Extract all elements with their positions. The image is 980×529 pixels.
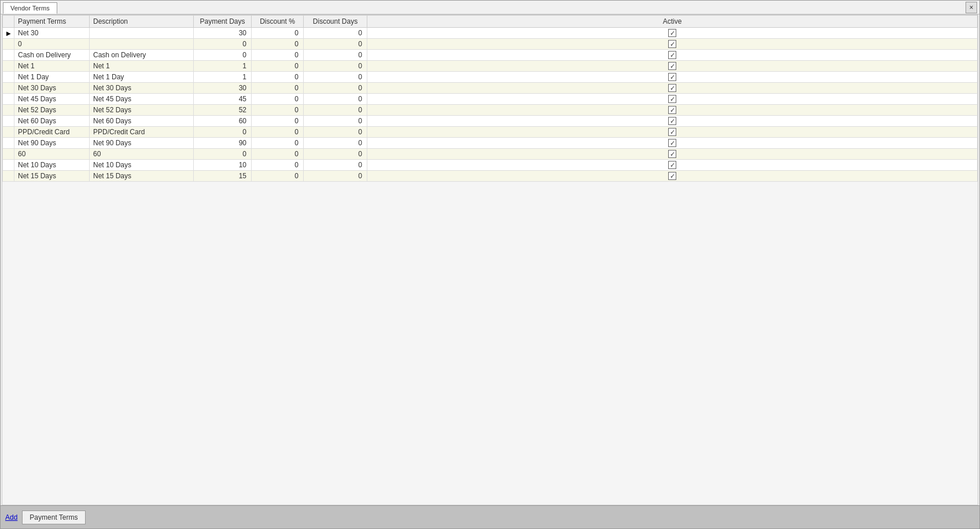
active-checkbox[interactable]: ✓: [668, 139, 676, 147]
active-checkbox[interactable]: ✓: [668, 117, 676, 125]
active-checkbox[interactable]: ✓: [668, 84, 676, 92]
close-button[interactable]: ×: [966, 2, 977, 13]
row-indicator: [3, 149, 14, 160]
table-row[interactable]: Net 90 DaysNet 90 Days9000✓: [3, 138, 978, 149]
col-active: Active: [367, 16, 978, 28]
cell-active[interactable]: ✓: [367, 138, 978, 149]
row-indicator: [3, 50, 14, 61]
col-discount-days: Discount Days: [304, 16, 367, 28]
row-indicator: ▶: [3, 28, 14, 39]
cell-discount-days: 0: [304, 171, 367, 182]
cell-payment-terms: Net 1 Day: [14, 72, 90, 83]
cell-description: Net 30 Days: [90, 83, 194, 94]
cell-discount-pct: 0: [252, 28, 304, 39]
cell-payment-days: 15: [194, 171, 252, 182]
table-row[interactable]: Net 1Net 1100✓: [3, 61, 978, 72]
cell-payment-terms: Net 10 Days: [14, 160, 90, 171]
cell-active[interactable]: ✓: [367, 105, 978, 116]
main-window: Vendor Terms × Payment Terms Description: [0, 0, 980, 529]
vendor-terms-tab[interactable]: Vendor Terms: [3, 2, 57, 14]
cell-active[interactable]: ✓: [367, 94, 978, 105]
cell-description: [90, 28, 194, 39]
active-checkbox[interactable]: ✓: [668, 106, 676, 114]
active-checkbox[interactable]: ✓: [668, 128, 676, 136]
cell-discount-pct: 0: [252, 116, 304, 127]
cell-active[interactable]: ✓: [367, 50, 978, 61]
cell-active[interactable]: ✓: [367, 72, 978, 83]
content-area: Payment Terms Description Payment Days D…: [2, 14, 978, 505]
active-checkbox[interactable]: ✓: [668, 73, 676, 81]
cell-discount-days: 0: [304, 105, 367, 116]
cell-discount-days: 0: [304, 72, 367, 83]
cell-discount-days: 0: [304, 61, 367, 72]
cell-discount-pct: 0: [252, 149, 304, 160]
cell-description: 60: [90, 149, 194, 160]
add-link[interactable]: Add: [5, 513, 17, 521]
cell-payment-terms: 0: [14, 39, 90, 50]
active-checkbox[interactable]: ✓: [668, 29, 676, 37]
table-row[interactable]: Net 30 DaysNet 30 Days3000✓: [3, 83, 978, 94]
table-row[interactable]: Cash on DeliveryCash on Delivery000✓: [3, 50, 978, 61]
cell-active[interactable]: ✓: [367, 149, 978, 160]
row-indicator: [3, 171, 14, 182]
cell-discount-pct: 0: [252, 171, 304, 182]
cell-active[interactable]: ✓: [367, 83, 978, 94]
row-indicator: [3, 127, 14, 138]
table-row[interactable]: Net 60 DaysNet 60 Days6000✓: [3, 116, 978, 127]
row-indicator: [3, 39, 14, 50]
cell-payment-terms: Net 90 Days: [14, 138, 90, 149]
cell-active[interactable]: ✓: [367, 160, 978, 171]
table-row[interactable]: 0000✓: [3, 39, 978, 50]
vendor-terms-tab-label: Vendor Terms: [10, 5, 50, 12]
table-row[interactable]: PPD/Credit CardPPD/Credit Card000✓: [3, 127, 978, 138]
cell-discount-days: 0: [304, 50, 367, 61]
col-payment-terms: Payment Terms: [14, 16, 90, 28]
cell-discount-pct: 0: [252, 72, 304, 83]
cell-active[interactable]: ✓: [367, 116, 978, 127]
col-payment-days: Payment Days: [194, 16, 252, 28]
table-row[interactable]: Net 1 DayNet 1 Day100✓: [3, 72, 978, 83]
cell-discount-pct: 0: [252, 105, 304, 116]
table-row[interactable]: Net 10 DaysNet 10 Days1000✓: [3, 160, 978, 171]
active-checkbox[interactable]: ✓: [668, 95, 676, 103]
table-row[interactable]: Net 45 DaysNet 45 Days4500✓: [3, 94, 978, 105]
active-checkbox[interactable]: ✓: [668, 150, 676, 158]
cell-payment-terms: Net 30: [14, 28, 90, 39]
active-checkbox[interactable]: ✓: [668, 161, 676, 169]
table-row[interactable]: Net 52 DaysNet 52 Days5200✓: [3, 105, 978, 116]
active-checkbox[interactable]: ✓: [668, 51, 676, 59]
cell-active[interactable]: ✓: [367, 39, 978, 50]
col-discount-pct: Discount %: [252, 16, 304, 28]
cell-discount-days: 0: [304, 39, 367, 50]
active-checkbox[interactable]: ✓: [668, 172, 676, 180]
cell-payment-terms: PPD/Credit Card: [14, 127, 90, 138]
table-row[interactable]: Net 15 DaysNet 15 Days1500✓: [3, 171, 978, 182]
cell-payment-days: 52: [194, 105, 252, 116]
row-indicator: [3, 160, 14, 171]
cell-description: Net 45 Days: [90, 94, 194, 105]
cell-active[interactable]: ✓: [367, 28, 978, 39]
table-header-row: Payment Terms Description Payment Days D…: [3, 16, 978, 28]
cell-discount-days: 0: [304, 83, 367, 94]
cell-discount-pct: 0: [252, 127, 304, 138]
payment-terms-button[interactable]: Payment Terms: [22, 510, 85, 524]
cell-active[interactable]: ✓: [367, 61, 978, 72]
bottom-bar: Add Payment Terms: [1, 505, 979, 528]
cell-description: Net 15 Days: [90, 171, 194, 182]
active-checkbox[interactable]: ✓: [668, 40, 676, 48]
cell-discount-pct: 0: [252, 160, 304, 171]
cell-description: Net 1: [90, 61, 194, 72]
active-checkbox[interactable]: ✓: [668, 62, 676, 70]
cell-active[interactable]: ✓: [367, 127, 978, 138]
cell-payment-terms: Net 30 Days: [14, 83, 90, 94]
cell-active[interactable]: ✓: [367, 171, 978, 182]
cell-payment-days: 30: [194, 83, 252, 94]
table-row[interactable]: ▶Net 303000✓: [3, 28, 978, 39]
cell-description: Net 60 Days: [90, 116, 194, 127]
table-container[interactable]: Payment Terms Description Payment Days D…: [2, 15, 978, 505]
cell-discount-pct: 0: [252, 83, 304, 94]
cell-payment-terms: Net 1: [14, 61, 90, 72]
cell-discount-days: 0: [304, 94, 367, 105]
cell-discount-pct: 0: [252, 61, 304, 72]
table-row[interactable]: 6060000✓: [3, 149, 978, 160]
